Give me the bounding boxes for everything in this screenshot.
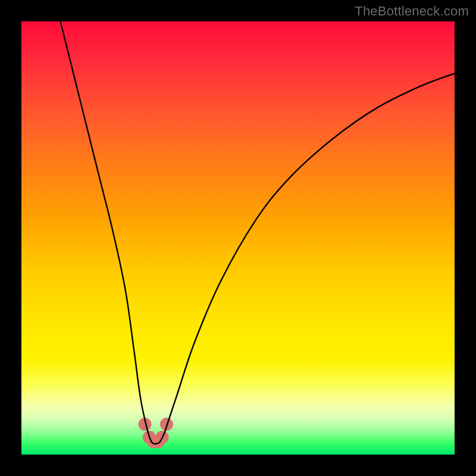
chart-frame: TheBottleneck.com xyxy=(0,0,476,476)
watermark-text: TheBottleneck.com xyxy=(355,4,469,19)
plot-area xyxy=(21,21,455,455)
chart-svg xyxy=(21,21,455,455)
bottleneck-curve xyxy=(61,21,455,444)
